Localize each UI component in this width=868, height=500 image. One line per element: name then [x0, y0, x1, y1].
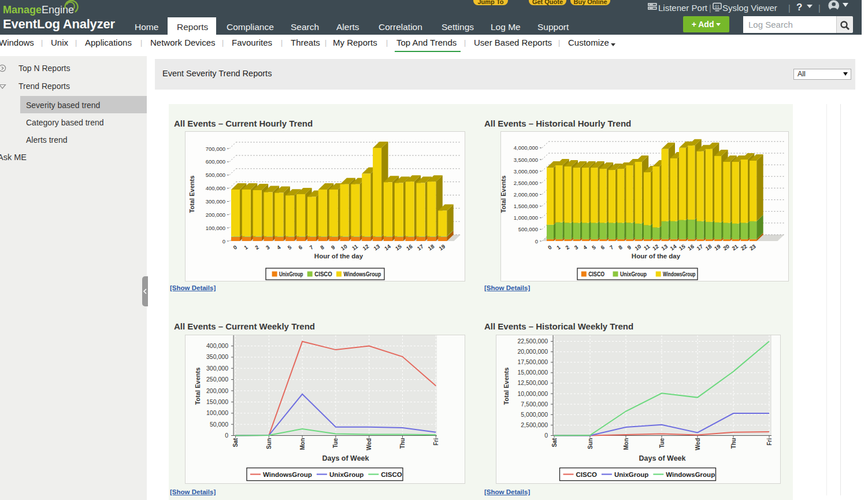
svg-text:12,500,000: 12,500,000: [517, 379, 548, 386]
svg-text:0: 0: [535, 238, 538, 245]
svg-text:Sat: Sat: [232, 438, 239, 447]
svg-text:Total Events: Total Events: [503, 368, 510, 405]
svg-text:7,500,000: 7,500,000: [521, 401, 548, 408]
svg-text:350,000: 350,000: [206, 353, 228, 360]
svg-text:Fri: Fri: [766, 438, 773, 446]
svg-text:700,000: 700,000: [206, 146, 225, 152]
svg-text:CISCO: CISCO: [588, 271, 604, 277]
svg-text:600,000: 600,000: [206, 158, 225, 165]
svg-text:17,500,000: 17,500,000: [517, 358, 548, 365]
svg-text:2,500,000: 2,500,000: [521, 421, 548, 428]
svg-text:Sat: Sat: [551, 438, 558, 447]
svg-text:15,000,000: 15,000,000: [517, 369, 548, 376]
svg-text:150,000: 150,000: [206, 398, 228, 405]
svg-text:Mon: Mon: [299, 438, 306, 450]
svg-text:2,000,000: 2,000,000: [514, 191, 538, 198]
svg-text:50,000: 50,000: [210, 421, 228, 428]
svg-text:3,000,000: 3,000,000: [514, 168, 538, 175]
svg-text:WindowsGroup: WindowsGroup: [344, 271, 381, 277]
svg-text:22,500,000: 22,500,000: [517, 338, 548, 345]
svg-text:Total Events: Total Events: [188, 176, 195, 213]
svg-text:Days of Week: Days of Week: [639, 454, 685, 462]
svg-text:UnixGroup: UnixGroup: [329, 471, 363, 478]
svg-text:Total Events: Total Events: [194, 368, 201, 405]
svg-text:2,500,000: 2,500,000: [514, 180, 538, 186]
svg-text:3,500,000: 3,500,000: [514, 157, 538, 163]
svg-text:500,000: 500,000: [518, 226, 538, 232]
svg-text:CISCO: CISCO: [381, 471, 402, 478]
svg-text:400,000: 400,000: [206, 185, 225, 191]
svg-text:WindowsGroup: WindowsGroup: [666, 471, 715, 478]
svg-text:5,000,000: 5,000,000: [521, 411, 548, 418]
svg-text:200,000: 200,000: [206, 212, 225, 218]
svg-text:Wed: Wed: [695, 438, 701, 450]
svg-text:Sun: Sun: [587, 438, 593, 449]
svg-text:250,000: 250,000: [206, 376, 228, 383]
svg-text:300,000: 300,000: [206, 365, 228, 372]
svg-text:Tue: Tue: [659, 438, 665, 448]
svg-text:WindowsGroup: WindowsGroup: [663, 271, 696, 277]
svg-text:0: 0: [544, 432, 548, 439]
svg-text:Thu: Thu: [730, 438, 737, 449]
svg-text:1,000,000: 1,000,000: [514, 214, 538, 221]
svg-text:0: 0: [225, 432, 228, 439]
svg-text:1,500,000: 1,500,000: [514, 203, 538, 209]
svg-text:Sun: Sun: [266, 438, 272, 449]
svg-text:20,000,000: 20,000,000: [517, 348, 548, 355]
svg-text:300,000: 300,000: [206, 198, 225, 205]
svg-text:UnixGroup: UnixGroup: [620, 271, 647, 277]
svg-text:0: 0: [222, 238, 225, 245]
svg-text:10,000,000: 10,000,000: [517, 390, 548, 397]
svg-text:Days of Week: Days of Week: [322, 454, 369, 462]
svg-text:400,000: 400,000: [206, 342, 228, 349]
svg-text:Fri: Fri: [433, 438, 439, 446]
svg-text:WindowsGroup: WindowsGroup: [263, 471, 312, 478]
svg-text:Hour of the day: Hour of the day: [632, 253, 681, 260]
svg-text:100,000: 100,000: [206, 409, 228, 416]
svg-text:UnixGroup: UnixGroup: [279, 271, 303, 277]
svg-text:Mon: Mon: [623, 438, 629, 450]
svg-text:UnixGroup: UnixGroup: [614, 471, 648, 478]
svg-text:CISCO: CISCO: [314, 271, 332, 277]
svg-text:Tue: Tue: [332, 438, 339, 448]
svg-text:Wed: Wed: [366, 438, 372, 450]
svg-text:CISCO: CISCO: [576, 471, 597, 478]
svg-text:Thu: Thu: [399, 438, 406, 449]
svg-text:500,000: 500,000: [206, 172, 225, 178]
svg-text:200,000: 200,000: [206, 387, 228, 394]
svg-text:Total Events: Total Events: [500, 176, 507, 213]
svg-text:01: 01: [715, 5, 719, 9]
svg-text:100,000: 100,000: [206, 225, 225, 231]
svg-text:Hour of the day: Hour of the day: [314, 253, 363, 260]
svg-text:4,000,000: 4,000,000: [514, 145, 538, 151]
